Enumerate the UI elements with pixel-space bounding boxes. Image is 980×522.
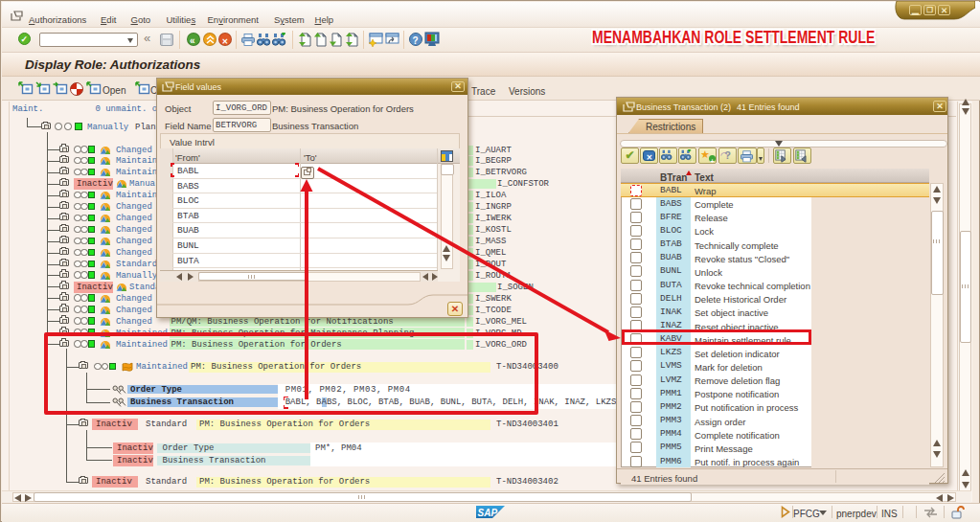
svg-text:SAP: SAP: [478, 508, 498, 518]
